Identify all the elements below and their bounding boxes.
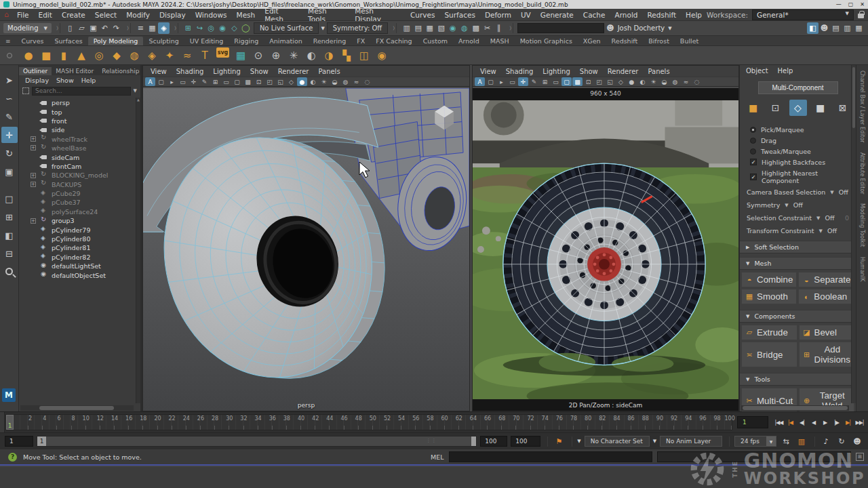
move-tool[interactable]: ✛ [1, 127, 18, 143]
redshift[interactable]: Redshift [642, 11, 681, 19]
timeline-grip[interactable] [0, 412, 5, 432]
shelf-tab-surfaces[interactable]: Surfaces [50, 37, 88, 45]
safe-action-icon[interactable]: ◰ [264, 77, 275, 86]
poly-disc-icon[interactable]: ◍ [126, 47, 142, 64]
gate-mask-icon[interactable]: ▩ [572, 77, 583, 86]
radio-option-pick-marquee[interactable]: Pick/Marquee [740, 124, 856, 135]
undo-icon[interactable]: ↶ [99, 22, 111, 34]
edit-mesh[interactable]: Edit Mesh [260, 7, 303, 23]
shelf-tab-poly-modeling[interactable]: Poly Modeling [88, 37, 144, 45]
maximize-button[interactable]: ▢ [848, 1, 854, 7]
shelf-tab-fx-caching[interactable]: FX Caching [370, 37, 417, 45]
edge-mode-icon[interactable]: ◇ [789, 100, 807, 116]
combo-row-symmetry[interactable]: Symmetry▼Off [740, 199, 856, 211]
timeline-tick[interactable]: 26 [186, 415, 201, 430]
vertex-mode-icon[interactable]: ⊡ [767, 100, 785, 116]
save-scene-icon[interactable]: ▣ [87, 22, 99, 34]
timeline-tick[interactable]: 76 [545, 415, 559, 430]
outliner-item-wheeltrack[interactable]: + wheelTrack [19, 135, 140, 144]
poly-torus-icon[interactable]: ◎ [91, 47, 107, 64]
viewport-menu-item[interactable]: Shading [172, 68, 209, 75]
help[interactable]: Help [681, 11, 707, 19]
combo-row-transform-constraint[interactable]: Transform Constraint▼Off [740, 224, 856, 237]
group-divider[interactable] [56, 23, 60, 33]
outliner-item-pcube29[interactable]: + pCube29 [19, 189, 140, 198]
curve-helix-icon[interactable]: ≈ [179, 47, 195, 64]
xray-icon[interactable]: ◌ [362, 77, 372, 86]
sidebar-tab[interactable]: Channel Box / Layer Editor [859, 70, 865, 143]
sidebar-tab[interactable]: Attribute Editor [859, 152, 865, 195]
menu-set-dropdown[interactable]: Modeling▼ [3, 23, 52, 33]
grid-toggle-icon[interactable]: ⊞ [540, 77, 550, 86]
safe-title-icon[interactable]: ◱ [605, 77, 615, 86]
timeline-tick[interactable]: 100 [717, 415, 732, 430]
curves[interactable]: Curves [406, 11, 439, 19]
sync-icon[interactable]: ↻ [835, 436, 848, 447]
select-by-component-type-icon[interactable]: ◈ [158, 22, 170, 34]
timeline-tick[interactable]: 12 [86, 415, 100, 430]
command-input[interactable] [449, 451, 652, 462]
maya-home-icon[interactable]: ⌂ [4, 10, 9, 19]
wireframe-icon[interactable]: ◇ [616, 77, 626, 86]
expand-icon[interactable]: + [31, 173, 36, 178]
timeline-tick[interactable]: 24 [172, 415, 186, 430]
expand-icon[interactable]: + [31, 218, 36, 224]
outliner-item-pcube37[interactable]: + pCube37 [19, 198, 140, 207]
shadows-icon[interactable]: ◒ [659, 77, 669, 86]
anim-layer-arrow-icon[interactable]: ▼ [653, 439, 656, 444]
platonic-solid-icon[interactable]: ◈ [144, 47, 160, 64]
workspace-dropdown[interactable]: General*▼ [752, 9, 854, 20]
arnold[interactable]: Arnold [610, 11, 642, 19]
timeline-tick[interactable]: 94 [674, 415, 688, 430]
outliner-item-frontcam[interactable]: + frontCam [19, 162, 140, 171]
render-sequence-icon[interactable]: ▧ [435, 22, 447, 34]
step-back-frame-button[interactable]: ◀| [796, 416, 808, 428]
outliner-item-pcylinder79[interactable]: + pCylinder79 [19, 225, 140, 234]
timeline-tick[interactable]: 38 [273, 415, 287, 430]
render-current-frame-icon[interactable]: ▤ [412, 22, 424, 34]
expand-icon[interactable]: + [31, 182, 36, 187]
tools-section-header[interactable]: ▼Tools [740, 373, 856, 386]
character-set-arrow-icon[interactable]: ▼ [577, 439, 580, 444]
shelf-tab-arnold[interactable]: Arnold [453, 37, 485, 45]
lock-camera-icon[interactable]: ▢ [156, 77, 166, 86]
poly-cube-icon[interactable]: ■ [38, 47, 54, 64]
mesh-display[interactable]: Mesh Display [350, 7, 406, 23]
outliner-vertical-scrollbar[interactable] [136, 98, 140, 403]
range-grip-icon[interactable]: ⋮⋮ [426, 438, 437, 443]
toggle-character-controls-icon[interactable]: ☻ [818, 22, 830, 34]
timeline-tick[interactable]: 52 [373, 415, 387, 430]
redo-icon[interactable]: ↷ [111, 22, 122, 34]
image-plane-icon[interactable]: ▭ [178, 77, 188, 86]
group-divider[interactable] [509, 23, 513, 33]
minimize-button[interactable]: — [836, 1, 842, 7]
timeline-tick[interactable]: 28 [201, 415, 215, 430]
lasso-tool[interactable]: ∽ [1, 90, 18, 106]
timeline-tick[interactable]: 16 [115, 415, 129, 430]
grease-pencil-icon[interactable]: ✎ [529, 77, 539, 86]
poly-cone-icon[interactable]: ▲ [73, 47, 90, 64]
cut-section-icon[interactable]: ✂ [481, 22, 493, 34]
lights-icon[interactable]: ☀ [648, 77, 658, 86]
timeline-tick[interactable]: 66 [473, 415, 488, 430]
persp-graph-layout-button[interactable]: ⊟ [1, 245, 18, 262]
live-surface-field[interactable]: No Live Surface [254, 22, 319, 34]
outliner-item-defaultlightset[interactable]: + defaultLightSet [19, 262, 140, 270]
timeline-ruler[interactable]: 2468101214161820222426283032343638404244… [5, 414, 732, 430]
field-chart-icon[interactable]: ⊡ [254, 77, 264, 86]
uv-mode-icon[interactable]: ⊠ [834, 100, 852, 116]
make-object-live-icon[interactable]: ◯ [240, 22, 252, 34]
expand-icon[interactable]: + [31, 145, 36, 150]
poly-plane-icon[interactable]: ◆ [108, 47, 125, 64]
safe-title-icon[interactable]: ◱ [275, 77, 285, 86]
toolkit-button-separate[interactable]: ◒Separate [798, 272, 854, 287]
viewport-menu-item[interactable]: Panels [313, 68, 344, 75]
anim-prefs-icon[interactable]: ☻ [851, 436, 863, 447]
object-details-field[interactable] [517, 23, 604, 33]
create[interactable]: Create [57, 11, 90, 19]
persp-canvas[interactable]: persp [143, 88, 469, 411]
outliner-item-defaultobjectset[interactable]: + defaultObjectSet [19, 270, 140, 279]
shelf-menu-icon[interactable]: ≡ [5, 38, 11, 45]
resolution-gate-icon[interactable]: ▢ [232, 77, 242, 86]
select[interactable]: Select [90, 11, 121, 19]
